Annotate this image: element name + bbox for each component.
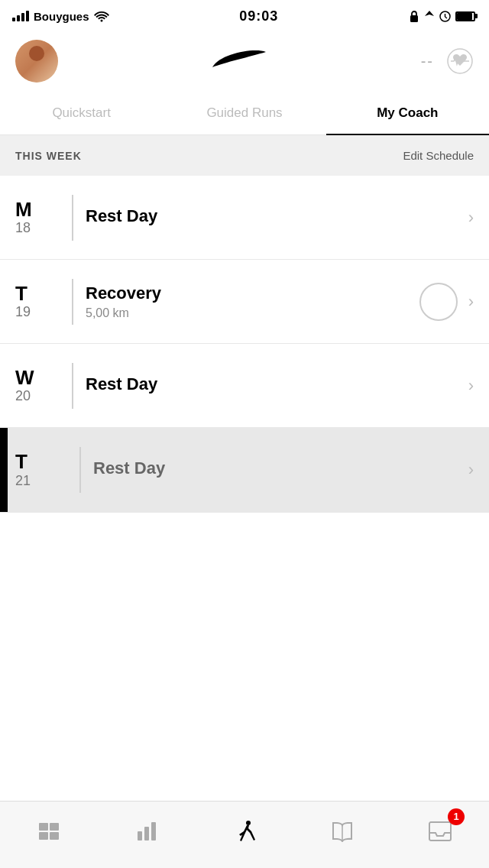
carrier-label: Bouygues [34,10,89,23]
day-info-thursday: T 21 [8,451,76,489]
lock-icon [409,10,419,22]
item-content: Recovery 5,00 km [86,268,419,335]
svg-rect-0 [410,15,418,22]
day-divider [72,279,73,325]
location-icon [424,10,435,22]
time-display: 09:03 [239,8,278,24]
item-content: Rest Day [86,359,468,413]
nav-item-coach[interactable] [312,808,373,854]
day-info-wednesday: W 20 [0,367,69,405]
chevron-right-icon: › [468,292,474,312]
status-right [409,10,477,22]
clock-icon [439,11,451,22]
schedule-list: M 18 Rest Day › T 19 Recovery 5,00 km › … [0,176,489,513]
chart-icon [134,819,159,844]
tab-quickstart[interactable]: Quickstart [0,92,163,134]
item-subtitle: 5,00 km [86,306,419,320]
day-letter: W [15,367,34,389]
inbox-badge: 1 [448,808,465,825]
day-number: 20 [15,388,31,404]
nav-item-stats[interactable] [116,808,177,854]
tab-guided-runs[interactable]: Guided Runs [163,92,325,134]
day-info-monday: M 18 [0,199,69,237]
item-right: › [468,460,489,480]
nav-item-run[interactable] [214,808,275,854]
item-title: Recovery [86,283,419,303]
schedule-item-tuesday[interactable]: T 19 Recovery 5,00 km › [0,260,489,344]
day-letter: M [15,199,32,221]
edit-schedule-button[interactable]: Edit Schedule [403,149,474,162]
svg-point-12 [246,821,251,825]
schedule-item-monday[interactable]: M 18 Rest Day › [0,176,489,260]
chevron-right-icon: › [468,208,474,228]
schedule-item-thursday[interactable]: T 21 Rest Day › [0,428,489,513]
day-number: 21 [15,473,31,489]
day-letter: T [15,451,28,473]
run-icon [232,819,257,844]
item-title: Rest Day [86,206,468,226]
tab-my-coach[interactable]: My Coach [326,92,489,134]
item-content: Rest Day [86,191,468,245]
svg-rect-7 [39,832,48,840]
schedule-item-wednesday[interactable]: W 20 Rest Day › [0,344,489,428]
today-indicator [0,428,8,512]
signal-bars [12,11,29,21]
status-bar: Bouygues 09:03 [0,0,489,31]
header-right: -- [421,47,474,75]
header-separator: -- [421,53,434,70]
day-divider [79,447,81,493]
svg-line-3 [445,17,448,18]
chevron-right-icon: › [468,460,474,480]
inbox-icon [428,819,452,844]
day-divider [72,195,73,241]
battery-indicator [455,11,477,21]
app-header: -- [0,31,489,92]
status-left: Bouygues [12,10,109,23]
run-circle-button[interactable] [419,283,458,321]
chevron-right-icon: › [468,376,474,396]
svg-rect-10 [144,827,149,840]
item-right: › [468,208,489,228]
tab-bar: Quickstart Guided Runs My Coach [0,92,489,135]
nav-item-dashboard[interactable] [18,808,79,854]
list-icon [37,819,61,844]
day-divider [72,363,73,409]
item-content: Rest Day [93,443,468,497]
item-title: Rest Day [86,374,468,394]
day-number: 19 [15,304,31,320]
svg-rect-14 [429,822,451,840]
week-title: THIS WEEK [15,150,82,162]
day-info-tuesday: T 19 [0,283,69,321]
day-number: 18 [15,220,31,236]
nike-logo [209,46,270,76]
day-letter: T [15,283,28,305]
svg-rect-8 [50,832,59,840]
bottom-nav: 1 [0,801,489,868]
item-right: › [468,376,489,396]
svg-rect-11 [151,822,156,840]
svg-rect-5 [39,823,48,831]
week-header: THIS WEEK Edit Schedule [0,135,489,176]
item-right: › [419,283,489,321]
heart-rate-icon[interactable] [446,47,474,75]
svg-rect-6 [50,823,59,831]
wifi-icon [94,10,109,22]
item-title: Rest Day [93,458,468,478]
book-icon [330,819,355,844]
svg-rect-9 [138,831,142,840]
avatar[interactable] [15,40,58,83]
nav-item-inbox[interactable]: 1 [410,808,471,854]
